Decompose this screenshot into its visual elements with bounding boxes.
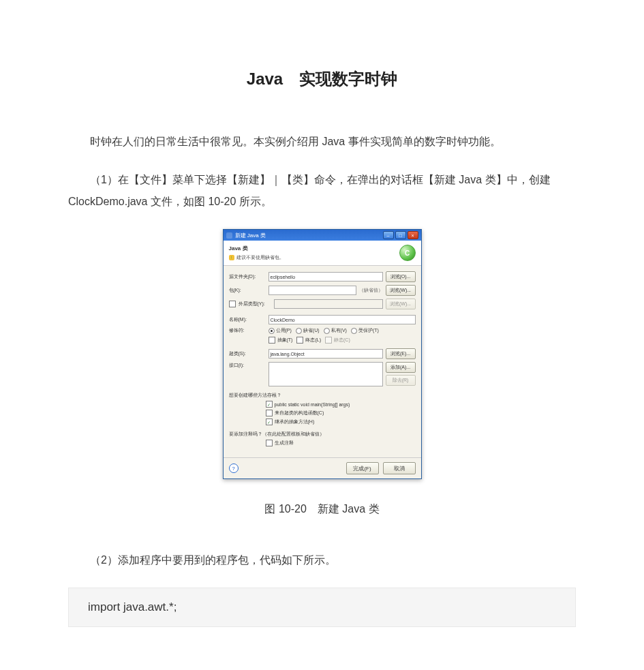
enclosing-checkbox[interactable] [229, 301, 236, 307]
label-package: 包(K): [229, 287, 266, 294]
radio-public-label: 公用(P) [276, 327, 292, 334]
check-final[interactable] [296, 337, 303, 344]
package-default-hint: （缺省值） [359, 287, 383, 294]
document-page: Java 实现数字时钟 时钟在人们的日常生活中很常见。本实例介绍用 Java 事… [0, 0, 644, 670]
maximize-button[interactable]: □ [395, 231, 406, 239]
cancel-button[interactable]: 取消 [383, 462, 416, 474]
dialog-header-title: Java 类 [229, 245, 284, 252]
paragraph-step-2: （2）添加程序中要用到的程序包，代码如下所示。 [68, 549, 576, 571]
dialog-warning-text: 建议不要使用缺省包。 [236, 254, 284, 261]
input-superclass[interactable]: java.lang.Object [269, 349, 383, 359]
new-java-class-dialog: 新建 Java 类 – □ × Java 类 ! 建议不要使用缺省包。 C [223, 229, 422, 479]
input-enclosing [274, 299, 383, 309]
check-super-label: 来自超类的构造函数(C) [275, 410, 324, 416]
check-generate-comments[interactable] [266, 440, 273, 446]
page-title: Java 实现数字时钟 [68, 68, 576, 90]
label-comments-question: 要添加注释吗？（在此处配置模板和缺省值） [229, 431, 416, 438]
remove-interface-button: 除去(R) [386, 375, 416, 386]
finish-button[interactable]: 完成(F) [346, 462, 379, 474]
input-interfaces[interactable] [269, 362, 383, 386]
check-static-label: 静态(C) [334, 337, 350, 344]
check-inherited-label: 继承的抽象方法(H) [275, 418, 315, 425]
check-main-label: public static void main(String[] args) [275, 402, 350, 407]
label-enclosing: 外层类型(Y): [239, 301, 271, 307]
add-interface-button[interactable]: 添加(A)... [386, 362, 416, 373]
input-class-name[interactable]: ClockDemo [269, 315, 416, 324]
check-abstract[interactable] [269, 337, 275, 344]
input-package[interactable] [269, 286, 356, 295]
check-static [325, 337, 332, 344]
figure-caption: 图 10-20 新建 Java 类 [68, 502, 576, 517]
radio-default-label: 缺省(U) [303, 327, 320, 334]
code-line-1: import java.awt.*; [88, 600, 177, 613]
label-stubs-question: 想要创建哪些方法存根？ [229, 392, 416, 399]
check-comments-label: 生成注释 [275, 440, 294, 446]
label-name: 名称(M): [229, 316, 266, 323]
radio-private[interactable] [324, 328, 330, 334]
radio-public[interactable] [269, 328, 275, 334]
label-interfaces: 接口(I): [229, 362, 266, 369]
code-block: import java.awt.*; [68, 588, 576, 627]
close-button[interactable]: × [408, 231, 418, 239]
minimize-button[interactable]: – [383, 231, 394, 239]
dialog-titlebar: 新建 Java 类 – □ × [224, 230, 421, 241]
figure-10-20: 新建 Java 类 – □ × Java 类 ! 建议不要使用缺省包。 C [68, 229, 576, 479]
radio-protected-label: 受保护(T) [358, 327, 379, 334]
paragraph-intro: 时钟在人们的日常生活中很常见。本实例介绍用 Java 事件实现简单的数字时钟功能… [68, 131, 576, 153]
check-super-constructor[interactable] [266, 410, 273, 416]
radio-protected[interactable] [351, 328, 357, 334]
radio-default[interactable] [296, 328, 302, 334]
radio-private-label: 私有(V) [331, 327, 347, 334]
window-icon [226, 232, 232, 239]
label-source-folder: 源文件夹(D): [229, 273, 266, 280]
input-source-folder[interactable]: eclipsehello [269, 272, 383, 281]
browse-enclosing-button: 浏览(W)... [386, 299, 416, 309]
paragraph-step-1: （1）在【文件】菜单下选择【新建】｜【类】命令，在弹出的对话框【新建 Java … [68, 169, 576, 213]
browse-source-button[interactable]: 浏览(O)... [386, 271, 416, 282]
check-inherited-abstract[interactable]: ✓ [266, 418, 273, 425]
browse-package-button[interactable]: 浏览(W)... [386, 285, 416, 296]
label-superclass: 超类(S): [229, 350, 266, 357]
label-modifiers: 修饰符: [229, 327, 266, 334]
dialog-body: 源文件夹(D): eclipsehello 浏览(O)... 包(K): （缺省… [224, 266, 421, 457]
warning-icon: ! [229, 255, 234, 260]
class-badge-icon: C [399, 245, 416, 261]
help-icon[interactable]: ? [229, 463, 239, 473]
browse-superclass-button[interactable]: 浏览(E)... [386, 348, 416, 359]
window-title: 新建 Java 类 [235, 232, 266, 239]
check-final-label: 终态(L) [305, 337, 321, 344]
dialog-footer: ? 完成(F) 取消 [224, 457, 421, 478]
check-abstract-label: 抽象(T) [277, 337, 293, 344]
dialog-header: Java 类 ! 建议不要使用缺省包。 C [224, 241, 421, 266]
check-main[interactable]: ✓ [266, 401, 273, 408]
